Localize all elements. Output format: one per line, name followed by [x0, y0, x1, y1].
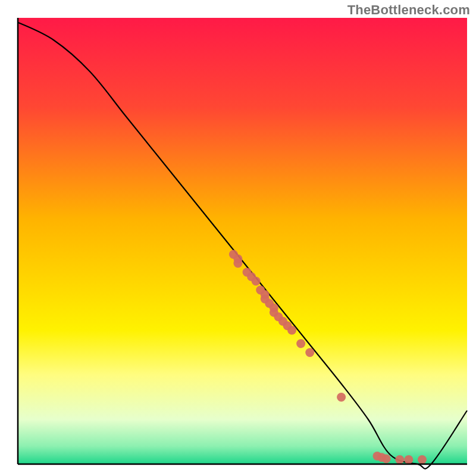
scatter-point: [233, 259, 242, 268]
scatter-point: [404, 455, 413, 464]
scatter-point: [395, 455, 404, 464]
chart-stage: TheBottleneck.com: [0, 0, 476, 476]
scatter-point: [305, 348, 314, 357]
bottleneck-chart: [0, 0, 476, 476]
scatter-point: [252, 277, 261, 286]
scatter-point: [382, 455, 391, 464]
scatter-point: [287, 326, 296, 335]
scatter-point: [337, 393, 346, 402]
scatter-point: [418, 455, 427, 464]
scatter-point: [296, 339, 305, 348]
watermark-text: TheBottleneck.com: [347, 2, 470, 18]
plot-background: [18, 18, 467, 464]
